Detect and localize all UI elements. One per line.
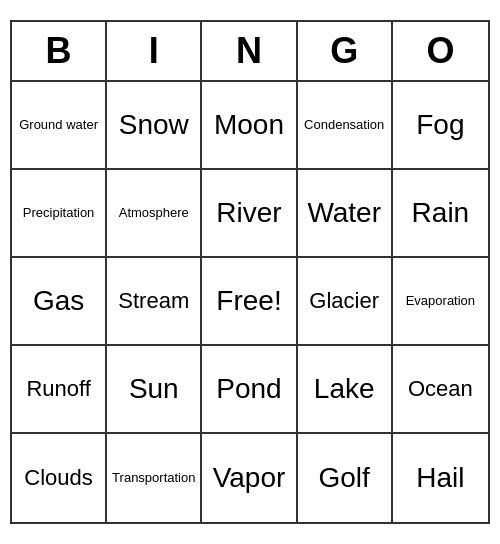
bingo-cell-22: Vapor	[202, 434, 297, 522]
cell-text-24: Hail	[416, 461, 464, 495]
cell-text-15: Runoff	[26, 376, 90, 402]
header-letter-n: N	[202, 22, 297, 80]
cell-text-21: Transportation	[112, 470, 195, 486]
cell-text-11: Stream	[118, 288, 189, 314]
bingo-cell-3: Condensation	[298, 82, 393, 170]
bingo-cell-2: Moon	[202, 82, 297, 170]
bingo-cell-23: Golf	[298, 434, 393, 522]
cell-text-10: Gas	[33, 284, 84, 318]
header-letter-b: B	[12, 22, 107, 80]
cell-text-19: Ocean	[408, 376, 473, 402]
bingo-cell-0: Ground water	[12, 82, 107, 170]
bingo-cell-13: Glacier	[298, 258, 393, 346]
header-letter-i: I	[107, 22, 202, 80]
bingo-cell-21: Transportation	[107, 434, 202, 522]
cell-text-16: Sun	[129, 372, 179, 406]
cell-text-13: Glacier	[309, 288, 379, 314]
cell-text-0: Ground water	[19, 117, 98, 133]
cell-text-22: Vapor	[213, 461, 286, 495]
cell-text-6: Atmosphere	[119, 205, 189, 221]
bingo-cell-14: Evaporation	[393, 258, 488, 346]
bingo-cell-5: Precipitation	[12, 170, 107, 258]
cell-text-17: Pond	[216, 372, 281, 406]
bingo-cell-17: Pond	[202, 346, 297, 434]
cell-text-12: Free!	[216, 284, 281, 318]
cell-text-23: Golf	[319, 461, 370, 495]
bingo-header: BINGO	[12, 22, 488, 82]
cell-text-20: Clouds	[24, 465, 92, 491]
bingo-cell-12: Free!	[202, 258, 297, 346]
bingo-cell-8: Water	[298, 170, 393, 258]
bingo-cell-16: Sun	[107, 346, 202, 434]
cell-text-2: Moon	[214, 108, 284, 142]
cell-text-8: Water	[307, 196, 381, 230]
cell-text-3: Condensation	[304, 117, 384, 133]
bingo-cell-18: Lake	[298, 346, 393, 434]
cell-text-18: Lake	[314, 372, 375, 406]
bingo-cell-4: Fog	[393, 82, 488, 170]
cell-text-14: Evaporation	[406, 293, 475, 309]
bingo-cell-11: Stream	[107, 258, 202, 346]
cell-text-1: Snow	[119, 108, 189, 142]
cell-text-5: Precipitation	[23, 205, 95, 221]
bingo-cell-7: River	[202, 170, 297, 258]
bingo-cell-1: Snow	[107, 82, 202, 170]
cell-text-4: Fog	[416, 108, 464, 142]
bingo-cell-19: Ocean	[393, 346, 488, 434]
bingo-cell-15: Runoff	[12, 346, 107, 434]
bingo-cell-20: Clouds	[12, 434, 107, 522]
header-letter-g: G	[298, 22, 393, 80]
bingo-cell-24: Hail	[393, 434, 488, 522]
bingo-grid: Ground waterSnowMoonCondensationFogPreci…	[12, 82, 488, 522]
bingo-cell-9: Rain	[393, 170, 488, 258]
bingo-cell-10: Gas	[12, 258, 107, 346]
bingo-cell-6: Atmosphere	[107, 170, 202, 258]
header-letter-o: O	[393, 22, 488, 80]
bingo-card: BINGO Ground waterSnowMoonCondensationFo…	[10, 20, 490, 524]
cell-text-7: River	[216, 196, 281, 230]
cell-text-9: Rain	[412, 196, 470, 230]
